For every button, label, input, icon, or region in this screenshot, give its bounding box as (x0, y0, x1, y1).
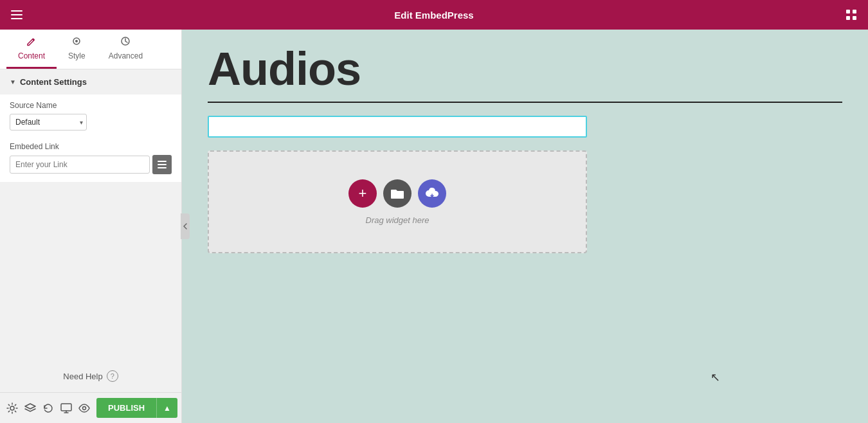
need-help-label: Need Help (63, 372, 102, 381)
tab-style[interactable]: Style (57, 30, 97, 69)
svg-rect-10 (158, 161, 167, 162)
section-title: Content Settings (20, 77, 87, 87)
content-icon (26, 36, 37, 49)
link-input-row (10, 155, 172, 174)
widget-drop-zone: + Drag widget here (208, 150, 587, 253)
content-settings-header[interactable]: ▼ Content Settings (0, 69, 181, 94)
source-name-label: Source Name (10, 101, 172, 110)
publish-button[interactable]: PUBLISH (96, 398, 156, 418)
svg-rect-6 (853, 16, 856, 20)
editor-title: Edit EmbedPress (394, 10, 473, 21)
svg-rect-3 (846, 10, 850, 14)
svg-point-8 (75, 40, 78, 42)
tab-advanced-label: Advanced (109, 51, 143, 60)
tab-content-label: Content (18, 51, 45, 60)
preview-icon-btn[interactable] (78, 399, 90, 418)
hamburger-icon[interactable] (8, 6, 26, 24)
tab-style-label: Style (68, 51, 86, 60)
embed-link-label: Embeded Link (10, 142, 172, 151)
svg-rect-2 (11, 18, 23, 19)
svg-rect-1 (11, 14, 23, 15)
widget-add-buttons: + (348, 179, 446, 208)
device-icon-btn[interactable] (60, 399, 72, 418)
help-icon: ? (107, 370, 118, 382)
need-help-section[interactable]: Need Help ? (0, 360, 181, 392)
tab-advanced[interactable]: Advanced (97, 30, 154, 69)
canvas-area: Audios + Drag widget here (182, 30, 868, 423)
svg-rect-5 (846, 16, 850, 20)
source-name-select-wrapper: Default ▾ (10, 114, 87, 130)
title-divider (208, 102, 842, 103)
add-widget-cloud-button[interactable] (418, 179, 446, 208)
panel-content: ▼ Content Settings Source Name Default ▾… (0, 69, 181, 360)
svg-rect-4 (853, 10, 856, 14)
grid-icon[interactable] (842, 6, 860, 24)
collapse-panel-handle[interactable] (181, 213, 190, 239)
style-icon (71, 36, 82, 49)
settings-icon-btn[interactable] (6, 399, 18, 418)
left-panel: Content Style Advanced (0, 30, 182, 423)
drag-widget-text: Drag widget here (366, 215, 429, 225)
add-widget-folder-button[interactable] (383, 179, 411, 208)
main-layout: Content Style Advanced (0, 30, 868, 423)
svg-rect-0 (11, 10, 23, 12)
publish-btn-group: PUBLISH ▲ (96, 398, 177, 418)
top-bar: Edit EmbedPress (0, 0, 868, 30)
layers-icon-btn[interactable] (24, 399, 36, 418)
embed-link-input[interactable] (10, 156, 150, 174)
page-title: Audios (208, 42, 842, 95)
svg-rect-11 (158, 164, 167, 165)
tab-content[interactable]: Content (6, 30, 57, 69)
advanced-icon (120, 36, 131, 49)
canvas-embed-input[interactable] (208, 116, 587, 138)
bottom-bar: PUBLISH ▲ (0, 392, 181, 423)
tabs-bar: Content Style Advanced (0, 30, 181, 69)
add-widget-plus-button[interactable]: + (348, 179, 377, 208)
svg-rect-12 (158, 167, 167, 168)
link-list-button[interactable] (152, 155, 172, 174)
history-icon-btn[interactable] (42, 399, 54, 418)
cursor-indicator: ↖ (710, 370, 720, 384)
svg-rect-14 (61, 404, 71, 411)
embed-link-group: Embeded Link (0, 137, 181, 182)
svg-point-13 (10, 406, 14, 410)
svg-point-15 (83, 406, 86, 410)
source-name-group: Source Name Default ▾ (0, 94, 181, 137)
source-name-select[interactable]: Default (10, 114, 87, 130)
publish-dropdown-button[interactable]: ▲ (156, 398, 177, 418)
section-arrow-icon: ▼ (10, 78, 16, 86)
